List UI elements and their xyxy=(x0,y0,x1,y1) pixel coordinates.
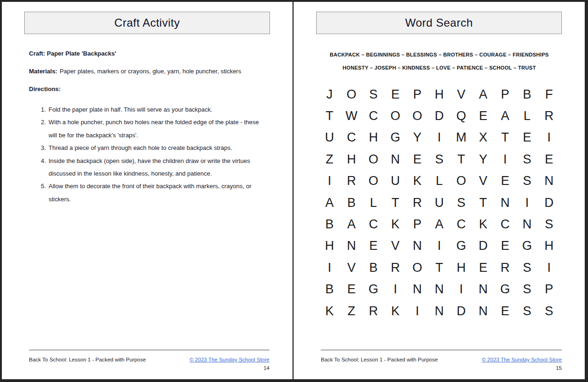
grid-letter: N xyxy=(516,213,538,235)
direction-step: Thread a piece of yarn through each hole… xyxy=(48,141,269,154)
grid-letter: T xyxy=(428,257,450,278)
grid-letter: S xyxy=(538,213,560,235)
grid-letter: N xyxy=(472,300,494,322)
grid-letter: I xyxy=(516,192,538,213)
craft-title-box: Craft Activity xyxy=(24,12,270,34)
grid-letter: I xyxy=(428,127,450,149)
grid-letter: S xyxy=(428,149,450,170)
grid-letter: B xyxy=(319,213,340,235)
grid-letter: U xyxy=(319,127,340,149)
grid-letter: S xyxy=(450,192,472,213)
grid-letter: V xyxy=(450,84,472,105)
grid-letter: S xyxy=(516,257,538,278)
grid-letter: N xyxy=(406,279,428,300)
materials-value: Paper plates, markers or crayons, glue, … xyxy=(60,68,241,75)
grid-letter: S xyxy=(362,84,384,105)
direction-step: Inside the backpack (open side), have th… xyxy=(48,155,269,180)
grid-letter: H xyxy=(450,257,472,278)
grid-letter: O xyxy=(450,170,472,192)
grid-letter: E xyxy=(472,105,494,127)
grid-letter: W xyxy=(340,105,362,127)
grid-letter: A xyxy=(472,84,494,105)
grid-letter: P xyxy=(494,84,516,105)
grid-letter: E xyxy=(494,170,516,192)
grid-letter: I xyxy=(428,235,450,257)
grid-letter: R xyxy=(340,170,362,192)
grid-letter: E xyxy=(472,257,494,278)
word-search-grid: JOSEPHVAPBFTWCOODQEALRUCHGYIMXTEIZHONEST… xyxy=(319,84,560,322)
directions-list: Fold the paper plate in half. This will … xyxy=(29,103,269,205)
grid-letter: H xyxy=(428,84,450,105)
grid-letter: H xyxy=(538,235,560,257)
grid-letter: N xyxy=(384,149,406,170)
grid-letter: P xyxy=(406,213,428,235)
grid-letter: E xyxy=(494,300,516,322)
copyright-link[interactable]: © 2023 The Sunday School Store xyxy=(190,357,269,362)
grid-letter: S xyxy=(516,300,538,322)
grid-letter: U xyxy=(428,192,450,213)
grid-letter: H xyxy=(340,149,362,170)
word-search-title-box: Word Search xyxy=(316,12,562,34)
grid-letter: E xyxy=(362,235,384,257)
craft-line: Craft: Paper Plate 'Backpacks' xyxy=(29,50,269,57)
grid-letter: C xyxy=(450,213,472,235)
grid-letter: I xyxy=(406,300,428,322)
grid-letter: I xyxy=(450,279,472,300)
grid-letter: T xyxy=(472,192,494,213)
grid-letter: C xyxy=(340,127,362,149)
grid-letter: S xyxy=(538,300,560,322)
grid-letter: B xyxy=(319,279,340,300)
grid-letter: I xyxy=(538,127,560,149)
grid-letter: C xyxy=(494,213,516,235)
grid-letter: Z xyxy=(340,300,362,322)
page-number: 15 xyxy=(321,365,562,371)
grid-letter: D xyxy=(472,235,494,257)
grid-letter: P xyxy=(406,84,428,105)
grid-letter: R xyxy=(494,257,516,278)
grid-letter: G xyxy=(384,127,406,149)
grid-letter: O xyxy=(406,105,428,127)
grid-letter: D xyxy=(428,105,450,127)
grid-letter: K xyxy=(472,213,494,235)
footer-lesson-title: Back To School: Lesson 1 - Packed with P… xyxy=(29,357,146,362)
grid-letter: T xyxy=(450,149,472,170)
word-search-page-title: Word Search xyxy=(405,16,473,29)
grid-letter: M xyxy=(450,127,472,149)
grid-letter: L xyxy=(516,105,538,127)
footer-divider xyxy=(29,350,269,350)
grid-letter: I xyxy=(538,257,560,278)
word-list: BACKPACK – BEGINNINGS – BLESSINGS – BROT… xyxy=(294,48,585,74)
grid-letter: R xyxy=(538,105,560,127)
grid-letter: R xyxy=(384,257,406,278)
grid-letter: S xyxy=(516,279,538,300)
grid-letter: I xyxy=(319,257,340,278)
grid-letter: E xyxy=(384,84,406,105)
grid-letter: U xyxy=(384,170,406,192)
grid-letter: E xyxy=(340,279,362,300)
grid-letter: B xyxy=(362,257,384,278)
grid-letter: N xyxy=(340,235,362,257)
craft-page-title: Craft Activity xyxy=(114,16,180,29)
word-list-line-1: BACKPACK – BEGINNINGS – BLESSINGS – BROT… xyxy=(294,48,585,61)
word-search-footer: Back To School: Lesson 1 - Packed with P… xyxy=(321,350,562,371)
copyright-link[interactable]: © 2023 The Sunday School Store xyxy=(482,357,562,362)
grid-letter: G xyxy=(450,235,472,257)
grid-letter: E xyxy=(406,149,428,170)
grid-letter: V xyxy=(384,235,406,257)
grid-letter: L xyxy=(428,170,450,192)
grid-letter: Z xyxy=(319,149,340,170)
grid-letter: S xyxy=(516,170,538,192)
document-spread: Craft Activity Craft: Paper Plate 'Backp… xyxy=(0,0,588,382)
direction-step: Fold the paper plate in half. This will … xyxy=(48,103,269,116)
materials-label: Materials: xyxy=(29,68,57,75)
grid-letter: K xyxy=(406,170,428,192)
grid-letter: H xyxy=(362,127,384,149)
grid-letter: A xyxy=(319,192,340,213)
grid-letter: A xyxy=(428,213,450,235)
word-list-line-2: HONESTY – JOSEPH – KINDNESS – LOVE – PAT… xyxy=(294,61,585,74)
grid-letter: T xyxy=(319,105,340,127)
grid-letter: G xyxy=(494,279,516,300)
grid-letter: O xyxy=(384,105,406,127)
page-number: 14 xyxy=(29,365,269,371)
grid-letter: V xyxy=(340,257,362,278)
